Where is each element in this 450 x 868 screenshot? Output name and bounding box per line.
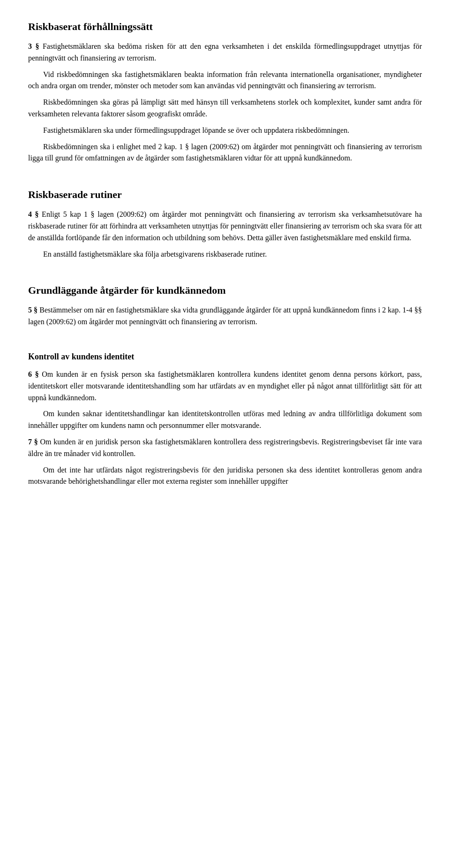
paragraph-riskbedomningen-goras: Riskbedömningen ska göras på lämpligt sä… [28,97,422,120]
paragraph-3: 3 § Fastighetsmäklaren ska bedöma risken… [28,41,422,64]
paragraph-riskbedomningen-enlighet: Riskbedömningen ska i enlighet med 2 kap… [28,141,422,165]
paragraph-inte-utfardats: Om det inte har utfärdats något registre… [28,464,422,488]
section-riskbaserade-rutiner: Riskbaserade rutiner 4 § Enligt 5 kap 1 … [28,187,422,260]
paragraph-fastighetsmaklaren-lopande: Fastighetsmäklaren ska under förmedlings… [28,125,422,137]
paragraph-vid-riskbedomningen: Vid riskbedömningen ska fastighetsmäklar… [28,69,422,92]
section-title-riskbaserat: Riskbaserat förhållningssätt [28,19,422,34]
page-container: Riskbaserat förhållningssätt 3 § Fastigh… [28,19,422,487]
paragraph-anstall-fastighetsmaklare: En anställd fastighetsmäklare ska följa … [28,249,422,260]
paragraph-4: 4 § Enligt 5 kap 1 § lagen (2009:62) om … [28,209,422,244]
paragraph-7: 7 § Om kunden är en juridisk person ska … [28,436,422,460]
section-title-grundlaggande: Grundläggande åtgärder för kundkännedom [28,282,422,298]
section-title-kontroll-identitet: Kontroll av kundens identitet [28,350,422,363]
section-kontroll-identitet: Kontroll av kundens identitet 6 § Om kun… [28,350,422,487]
paragraph-5: 5 § Bestämmelser om när en fastighetsmäk… [28,305,422,328]
section-grundlaggande: Grundläggande åtgärder för kundkännedom … [28,282,422,328]
section-title-riskbaserade-rutiner: Riskbaserade rutiner [28,187,422,202]
section-riskbaserat: Riskbaserat förhållningssätt 3 § Fastigh… [28,19,422,164]
paragraph-kunden-saknar: Om kunden saknar identitetshandlingar ka… [28,408,422,432]
paragraph-6: 6 § Om kunden är en fysisk person ska fa… [28,369,422,404]
